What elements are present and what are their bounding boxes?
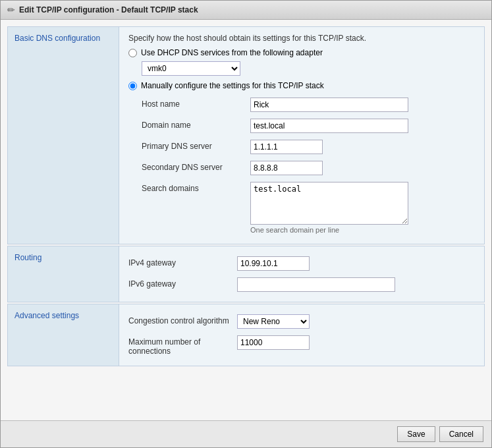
- routing-section-label: Routing: [7, 246, 119, 302]
- ipv6-gateway-row: IPv6 gateway: [128, 274, 475, 295]
- max-connections-input[interactable]: [237, 335, 310, 350]
- ipv6-gateway-input[interactable]: [237, 277, 395, 292]
- dialog-footer: Save Cancel: [1, 420, 491, 447]
- congestion-label: Congestion control algorithm: [128, 314, 237, 325]
- ipv4-gateway-input[interactable]: [237, 256, 310, 271]
- primary-dns-input[interactable]: [250, 140, 323, 154]
- dhcp-radio-label[interactable]: Use DHCP DNS services from the following…: [141, 48, 323, 57]
- max-connections-label: Maximum number of connections: [128, 335, 237, 356]
- search-domains-label: Search domains: [142, 182, 250, 193]
- domain-input[interactable]: [250, 119, 408, 133]
- title-bar: ✏ Edit TCP/IP configuration - Default TC…: [1, 1, 491, 20]
- search-domains-row: Search domains <span class="underline-li…: [142, 179, 475, 237]
- domain-label: Domain name: [142, 119, 250, 130]
- congestion-select[interactable]: New Reno CUBIC: [237, 314, 310, 329]
- adapter-select[interactable]: vmk0: [142, 61, 240, 76]
- dns-section-content: Specify how the host should obtain its s…: [119, 26, 485, 244]
- primary-dns-row: Primary DNS server: [142, 136, 475, 157]
- manual-radio[interactable]: [128, 82, 137, 90]
- max-connections-row: Maximum number of connections: [128, 332, 475, 359]
- dns-section: Basic DNS configuration Specify how the …: [7, 26, 485, 244]
- advanced-section-content: Congestion control algorithm New Reno CU…: [119, 304, 485, 366]
- dhcp-radio[interactable]: [128, 49, 137, 57]
- congestion-row: Congestion control algorithm New Reno CU…: [128, 311, 475, 332]
- dns-section-label: Basic DNS configuration: [7, 26, 119, 244]
- primary-dns-label: Primary DNS server: [142, 140, 250, 151]
- manual-radio-row: Manually configure the settings for this…: [128, 81, 475, 90]
- dhcp-radio-row: Use DHCP DNS services from the following…: [128, 48, 475, 57]
- edit-icon: ✏: [7, 5, 15, 15]
- hostname-input[interactable]: [250, 98, 408, 112]
- secondary-dns-row: Secondary DNS server: [142, 157, 475, 179]
- ipv4-gateway-row: IPv4 gateway: [128, 253, 475, 274]
- search-domains-wrapper: <span class="underline-link">test.local<…: [250, 182, 408, 234]
- hostname-row: Host name: [142, 94, 475, 115]
- save-button[interactable]: Save: [397, 426, 435, 442]
- search-domains-hint: One search domain per line: [250, 226, 408, 234]
- routing-section-content: IPv4 gateway IPv6 gateway: [119, 246, 485, 302]
- adapter-select-row: vmk0: [142, 61, 475, 76]
- search-domains-textarea[interactable]: <span class="underline-link">test.local<…: [250, 182, 408, 225]
- ipv6-gateway-label: IPv6 gateway: [128, 277, 237, 289]
- dns-intro-text: Specify how the host should obtain its s…: [128, 34, 475, 43]
- routing-section: Routing IPv4 gateway IPv6 gateway: [7, 246, 485, 302]
- secondary-dns-label: Secondary DNS server: [142, 161, 250, 172]
- advanced-section: Advanced settings Congestion control alg…: [7, 304, 485, 366]
- domain-row: Domain name: [142, 115, 475, 136]
- dialog-content: Basic DNS configuration Specify how the …: [1, 20, 491, 420]
- secondary-dns-input[interactable]: [250, 161, 323, 175]
- hostname-label: Host name: [142, 98, 250, 109]
- dialog: ✏ Edit TCP/IP configuration - Default TC…: [0, 0, 492, 448]
- advanced-section-label: Advanced settings: [7, 304, 119, 366]
- ipv4-gateway-label: IPv4 gateway: [128, 256, 237, 267]
- manual-radio-label[interactable]: Manually configure the settings for this…: [141, 81, 324, 90]
- cancel-button[interactable]: Cancel: [439, 426, 483, 442]
- dialog-title: Edit TCP/IP configuration - Default TCP/…: [19, 5, 198, 14]
